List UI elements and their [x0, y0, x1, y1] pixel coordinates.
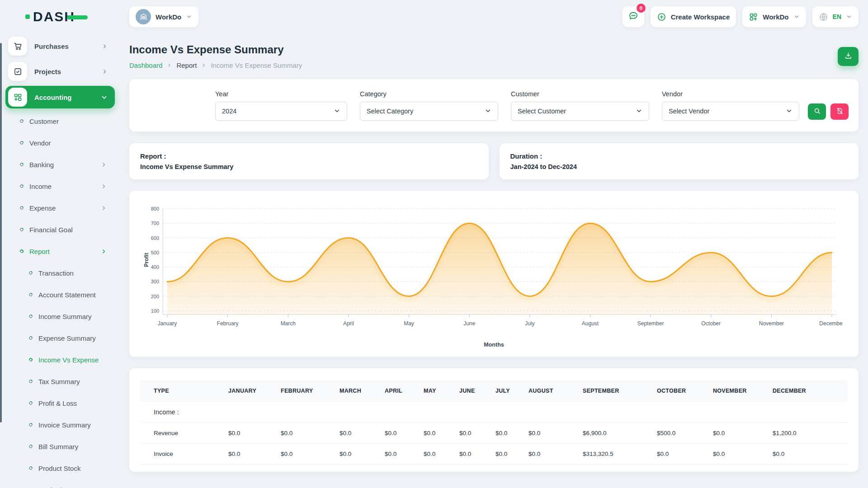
chevron-down-icon — [485, 108, 491, 114]
breadcrumb-item-report[interactable]: Report — [176, 61, 197, 69]
sidebar-item-customer[interactable]: Customer — [5, 110, 115, 132]
cell-value: $0.0 — [713, 423, 773, 444]
svg-text:400: 400 — [151, 264, 159, 270]
sidebar-item-income[interactable]: Income — [5, 175, 115, 197]
year-select[interactable]: 2024 — [215, 102, 347, 121]
svg-text:February: February — [217, 320, 239, 327]
sidebar-item-account-statement[interactable]: Account Statement — [5, 284, 115, 305]
globe-icon — [819, 12, 828, 22]
workdo-menu-button[interactable]: WorkDo — [742, 6, 806, 27]
sidebar-item-label: Account Statement — [38, 291, 96, 299]
column-header-february: FEBRUARY — [281, 380, 340, 402]
svg-text:October: October — [701, 320, 721, 327]
bullet-icon — [19, 118, 24, 123]
grid-plus-icon — [8, 88, 27, 107]
sidebar-item-purchases[interactable]: Purchases — [5, 33, 115, 59]
cell-value: $0.0 — [340, 423, 385, 444]
column-header-april: APRIL — [385, 380, 424, 402]
column-header-october: OCTOBER — [657, 380, 713, 402]
bullet-icon — [28, 314, 33, 319]
sidebar-item-product-stock[interactable]: Product Stock — [5, 457, 115, 479]
svg-text:July: July — [525, 320, 534, 327]
year-label: Year — [215, 90, 347, 98]
cell-value: $0.0 — [495, 444, 528, 465]
chevron-down-icon — [186, 14, 192, 20]
sidebar-item-label: Purchases — [34, 42, 69, 50]
sidebar-item-label: Tax Summary — [38, 378, 80, 385]
sidebar-item-income-summary[interactable]: Income Summary — [5, 305, 115, 327]
sidebar-nav: PurchasesProjectsAccountingCustomerVendo… — [5, 33, 115, 488]
sidebar-item-transaction[interactable]: Transaction — [5, 262, 115, 284]
sidebar-item-accounting[interactable]: Accounting — [5, 86, 115, 108]
language-label: EN — [833, 13, 841, 20]
chart-card: 800700600500400300200100JanuaryFebruaryM… — [129, 191, 859, 357]
download-icon — [844, 52, 853, 61]
chevron-down-icon — [786, 108, 793, 114]
sidebar-item-report[interactable]: Report — [5, 240, 115, 262]
sidebar-item-invoice-summary[interactable]: Invoice Summary — [5, 414, 115, 436]
report-card-title: Report : — [140, 152, 478, 160]
sidebar-scrollbar-thumb[interactable] — [0, 43, 2, 422]
sidebar-item-expense[interactable]: Expense — [5, 197, 115, 219]
chevron-down-icon — [793, 14, 800, 20]
column-header-november: NOVEMBER — [713, 380, 773, 402]
sidebar-item-cash-flow[interactable]: Cash Flow — [5, 479, 115, 488]
chevron-right-icon — [101, 183, 107, 189]
report-card: Report : Income Vs Expense Summary — [129, 143, 489, 179]
svg-text:300: 300 — [151, 279, 159, 284]
breadcrumb-item-dashboard[interactable]: Dashboard — [129, 61, 162, 69]
sidebar-item-income-vs-expense[interactable]: Income Vs Expense — [5, 349, 115, 371]
breadcrumb-separator-icon — [167, 63, 172, 68]
sidebar-item-vendor[interactable]: Vendor — [5, 132, 115, 154]
column-header-may: MAY — [424, 380, 459, 402]
topbar-actions: 0 Create Workspace WorkDo — [623, 6, 859, 27]
svg-text:September: September — [637, 320, 664, 327]
chevron-right-icon — [101, 249, 107, 254]
sidebar-item-label: Banking — [29, 161, 54, 169]
sidebar-item-label: Expense Summary — [38, 334, 96, 342]
sidebar-item-expense-summary[interactable]: Expense Summary — [5, 327, 115, 349]
customer-select-value: Select Customer — [518, 108, 566, 115]
sidebar-item-label: Projects — [34, 68, 61, 75]
table-row-expense: Expense : — [140, 465, 848, 472]
category-select[interactable]: Select Category — [360, 102, 498, 121]
messages-count-badge: 0 — [637, 4, 646, 13]
download-button[interactable] — [838, 47, 859, 66]
sidebar-item-banking[interactable]: Banking — [5, 154, 115, 175]
bullet-icon — [19, 227, 24, 232]
workspace-chip-label: WorkDo — [156, 13, 181, 21]
sidebar-item-profit-loss[interactable]: Profit & Loss — [5, 392, 115, 414]
cell-value: $0.0 — [228, 423, 281, 444]
table-header-row: TYPEJANUARYFEBRUARYMARCHAPRILMAYJUNEJULY… — [140, 380, 848, 402]
svg-text:Profit: Profit — [143, 253, 150, 267]
sidebar-item-projects[interactable]: Projects — [5, 59, 115, 84]
bullet-icon — [28, 444, 33, 449]
row-type-label: Revenue — [140, 423, 228, 444]
messages-button[interactable]: 0 — [623, 6, 644, 27]
create-workspace-label: Create Workspace — [671, 13, 730, 21]
vendor-select[interactable]: Select Vendor — [662, 102, 799, 121]
workspace-chip[interactable]: WorkDo — [129, 6, 198, 27]
app-logo[interactable]: DASH — [5, 0, 115, 33]
workdo-menu-label: WorkDo — [763, 13, 788, 21]
apply-filter-button[interactable] — [808, 103, 826, 120]
svg-text:200: 200 — [151, 294, 159, 299]
sidebar-item-financial-goal[interactable]: Financial Goal — [5, 219, 115, 240]
sidebar-item-label: Vendor — [29, 139, 51, 147]
reset-filter-button[interactable] — [830, 103, 849, 120]
sidebar-item-tax-summary[interactable]: Tax Summary — [5, 371, 115, 392]
customer-select[interactable]: Select Customer — [511, 102, 649, 121]
cell-value: $0.0 — [228, 444, 281, 465]
create-workspace-button[interactable]: Create Workspace — [651, 6, 736, 27]
category-label: Category — [360, 90, 498, 98]
cell-value: $0.0 — [281, 444, 340, 465]
sidebar-item-bill-summary[interactable]: Bill Summary — [5, 436, 115, 457]
reset-filter-icon — [836, 107, 844, 116]
language-button[interactable]: EN — [812, 6, 859, 27]
section-label: Income : — [140, 402, 848, 423]
sidebar-item-label: Expense — [29, 204, 56, 212]
table-row-revenue: Revenue$0.0$0.0$0.0$0.0$0.0$0.0$0.0$0.0$… — [140, 423, 848, 444]
cell-value: $6,900.0 — [583, 423, 657, 444]
cell-value: $313,320.5 — [583, 444, 657, 465]
sidebar-item-label: Report — [29, 248, 50, 255]
